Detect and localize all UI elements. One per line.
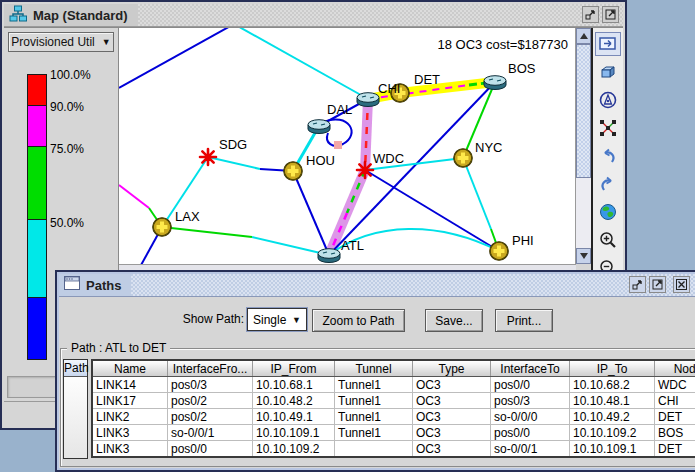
paths-close-button[interactable] [673, 276, 690, 293]
table-cell[interactable]: 10.10.109.1 [253, 425, 335, 441]
map-canvas[interactable]: SDGWDCLAXHOUNYCPHIDETDALCHIBOSATL 18 OC3… [119, 28, 576, 264]
table-cell[interactable]: pos0/0 [491, 425, 570, 441]
column-header[interactable]: NodeTo.ID [655, 360, 695, 377]
table-cell[interactable]: so-0/0/0 [491, 409, 570, 425]
scroll-up-button[interactable] [576, 28, 591, 44]
table-cell[interactable]: pos0/3 [491, 393, 570, 409]
column-header[interactable]: Name [92, 360, 168, 377]
column-header[interactable]: InterfaceTo [491, 360, 570, 377]
table-cell[interactable]: 10.10.68.2 [570, 377, 655, 393]
chevron-down-icon: ▼ [102, 37, 111, 47]
table-cell[interactable]: so-0/0/1 [168, 425, 253, 441]
map-link[interactable] [293, 171, 329, 255]
table-row[interactable]: LINK3pos0/010.10.109.2OC3so-0/0/110.10.1… [92, 441, 695, 458]
zoom-in-icon[interactable] [595, 228, 621, 252]
table-cell[interactable]: Tunnel1 [335, 409, 413, 425]
table-cell[interactable]: LINK2 [92, 409, 168, 425]
column-header[interactable]: IP_To [570, 360, 655, 377]
table-cell[interactable]: Tunnel1 [335, 393, 413, 409]
save-button[interactable]: Save... [425, 309, 483, 332]
table-cell[interactable]: Tunnel1 [335, 377, 413, 393]
table-cell[interactable]: LINK17 [92, 393, 168, 409]
redo-icon[interactable] [595, 172, 621, 196]
map-link[interactable] [208, 157, 260, 169]
path-row-header-body[interactable] [64, 377, 87, 458]
map-node-wdc[interactable] [357, 162, 373, 178]
table-row[interactable]: LINK3so-0/0/110.10.109.1Tunnel1OC3pos0/0… [92, 425, 695, 441]
map-node-lax[interactable] [153, 218, 171, 236]
map-minimize-button[interactable] [582, 6, 599, 23]
map-link[interactable] [463, 158, 491, 229]
map-node-marker[interactable] [334, 141, 342, 149]
table-cell[interactable]: DET [655, 409, 695, 425]
print-button[interactable]: Print... [495, 309, 553, 332]
map-window-titlebar[interactable]: Map (Standard) [4, 4, 623, 27]
table-cell[interactable]: LINK14 [92, 377, 168, 393]
map-node-chi[interactable] [357, 93, 379, 107]
column-header[interactable]: InterfaceFro... [168, 360, 253, 377]
map-link[interactable] [252, 237, 329, 255]
table-cell[interactable]: 10.10.109.2 [253, 441, 335, 458]
map-link[interactable] [119, 185, 149, 208]
table-cell[interactable]: 10.10.109.1 [570, 441, 655, 458]
table-cell[interactable]: WDC [655, 377, 695, 393]
table-cell[interactable]: pos0/2 [168, 409, 253, 425]
table-cell[interactable]: BOS [655, 425, 695, 441]
paths-maximize-button[interactable] [649, 276, 666, 293]
table-cell[interactable]: pos0/2 [168, 393, 253, 409]
table-cell[interactable]: pos0/0 [491, 377, 570, 393]
table-cell[interactable]: Tunnel1 [335, 425, 413, 441]
map-node-sdg[interactable] [200, 149, 216, 165]
table-row[interactable]: LINK2pos0/210.10.49.1Tunnel1OC3so-0/0/01… [92, 409, 695, 425]
map-node-phi[interactable] [490, 242, 508, 260]
column-header[interactable]: Type [413, 360, 491, 377]
map-link[interactable] [365, 170, 499, 251]
table-cell[interactable] [335, 441, 413, 458]
table-cell[interactable]: so-0/0/1 [491, 441, 570, 458]
overview-icon[interactable] [595, 88, 621, 112]
table-cell[interactable]: OC3 [413, 409, 491, 425]
paths-minimize-button[interactable] [629, 276, 646, 293]
table-cell[interactable]: OC3 [413, 441, 491, 458]
table-cell[interactable]: 10.10.48.1 [570, 393, 655, 409]
table-cell[interactable]: 10.10.109.2 [570, 425, 655, 441]
fit-view-button[interactable] [595, 32, 621, 56]
undo-icon[interactable] [595, 144, 621, 168]
map-node-dal[interactable] [308, 120, 330, 134]
column-header[interactable]: Tunnel [335, 360, 413, 377]
table-cell[interactable]: 10.10.68.1 [253, 377, 335, 393]
table-cell[interactable]: LINK3 [92, 441, 168, 458]
map-link[interactable] [234, 28, 368, 99]
column-header[interactable]: IP_From [253, 360, 335, 377]
table-cell[interactable]: OC3 [413, 393, 491, 409]
paths-window-titlebar[interactable]: Paths [59, 274, 695, 297]
table-cell[interactable]: 10.10.49.1 [253, 409, 335, 425]
table-cell[interactable]: OC3 [413, 425, 491, 441]
world-map-icon[interactable] [595, 200, 621, 224]
map-link[interactable] [119, 28, 234, 88]
show-path-combobox[interactable]: Single ▼ [247, 308, 307, 331]
table-cell[interactable]: OC3 [413, 377, 491, 393]
map-node-atl[interactable] [318, 249, 340, 263]
3d-boxes-icon[interactable] [595, 60, 621, 84]
table-row[interactable]: LINK14pos0/310.10.68.1Tunnel1OC3pos0/010… [92, 377, 695, 393]
table-row[interactable]: LINK17pos0/210.10.48.2Tunnel1OC3pos0/310… [92, 393, 695, 409]
map-vertical-scrollbar[interactable] [575, 28, 591, 264]
provisioned-util-selector[interactable]: Provisioned Util ▼ [8, 32, 114, 52]
table-cell[interactable]: LINK3 [92, 425, 168, 441]
map-node-hou[interactable] [284, 162, 302, 180]
map-link[interactable] [162, 227, 252, 237]
scrollbar-thumb[interactable] [576, 44, 591, 178]
map-node-nyc[interactable] [454, 149, 472, 167]
table-cell[interactable]: 10.10.48.2 [253, 393, 335, 409]
table-cell[interactable]: DET [655, 441, 695, 458]
zoom-to-path-button[interactable]: Zoom to Path [312, 309, 405, 332]
map-maximize-button[interactable] [602, 6, 619, 23]
table-cell[interactable]: CHI [655, 393, 695, 409]
scroll-down-button[interactable] [576, 248, 591, 264]
table-cell[interactable]: pos0/3 [168, 377, 253, 393]
table-cell[interactable]: pos0/0 [168, 441, 253, 458]
table-cell[interactable]: 10.10.49.2 [570, 409, 655, 425]
topology-layout-icon[interactable] [595, 116, 621, 140]
map-node-bos[interactable] [484, 76, 506, 90]
